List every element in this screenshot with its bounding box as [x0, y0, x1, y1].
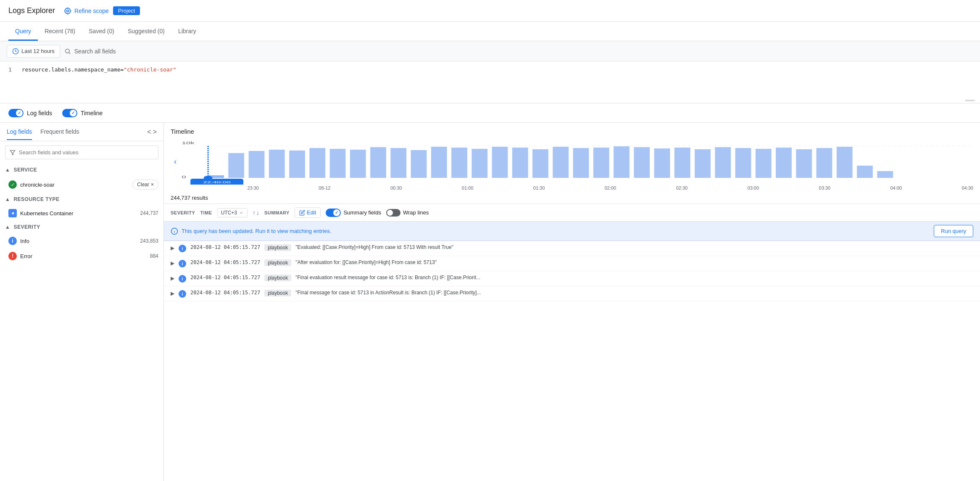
svg-rect-28: [472, 149, 487, 178]
info-severity-icon: i: [8, 237, 17, 245]
time-picker[interactable]: Last 12 hours: [7, 45, 60, 58]
clear-button[interactable]: Clear ×: [132, 180, 158, 190]
tab-frequent-fields[interactable]: Frequent fields: [40, 124, 79, 140]
log-row[interactable]: ▶ i 2024-08-12 04:05:15.727 playbook "Fi…: [164, 271, 980, 286]
clear-x-icon: ×: [151, 182, 154, 188]
sort-buttons: ↑ ↓: [253, 209, 259, 216]
section-service-header[interactable]: ▲ SERVICE: [0, 164, 163, 176]
resource-label: RESOURCE TYPE: [13, 196, 59, 202]
severity-info-dot: i: [179, 290, 186, 298]
service-chronicle-soar-item[interactable]: ✓ chronicle-soar Clear ×: [0, 176, 163, 193]
log-tag: playbook: [264, 244, 291, 251]
section-severity-header[interactable]: ▲ SEVERITY: [0, 221, 163, 233]
edit-icon: [299, 210, 305, 216]
timeline-container: ‹ 10k 0: [164, 135, 980, 185]
tl-2: 23:30: [247, 185, 259, 190]
search-all-fields-placeholder[interactable]: Search all fields: [74, 48, 116, 55]
svg-rect-32: [553, 147, 569, 178]
tab-query[interactable]: Query: [8, 23, 38, 41]
tab-log-fields[interactable]: Log fields: [7, 124, 32, 140]
summary-knob: ✓: [333, 209, 340, 216]
tl-3: 08-12: [319, 185, 330, 190]
query-val: "chronicle-soar": [124, 66, 176, 73]
wrap-lines-toggle[interactable]: Wrap lines: [386, 209, 429, 217]
log-message: "Final evaluation result message for cas…: [295, 275, 973, 280]
log-fields-knob: ✓: [16, 110, 23, 116]
svg-marker-9: [10, 150, 15, 155]
clear-label: Clear: [137, 182, 149, 188]
timeline-switch[interactable]: ✓: [62, 109, 77, 117]
svg-rect-41: [735, 148, 751, 178]
line-number: 1: [8, 66, 12, 73]
log-message: "Evaluated: [[Case.Priority]=High] From …: [295, 244, 973, 250]
svg-rect-22: [350, 150, 366, 178]
tl-9: 03:00: [748, 185, 759, 190]
svg-rect-35: [614, 146, 630, 178]
log-message: "After evaluation for: [[Case.Priority]=…: [295, 259, 973, 265]
search-fields-input[interactable]: [19, 149, 154, 156]
severity-error-item[interactable]: ! Error 884: [0, 248, 163, 264]
nav-left-icon[interactable]: <: [147, 128, 151, 136]
sort-up-icon[interactable]: ↑: [253, 209, 256, 216]
timezone-select[interactable]: UTC+3: [217, 208, 248, 217]
k8s-count: 244,737: [140, 210, 158, 216]
summary-switch[interactable]: ✓: [326, 209, 341, 217]
expand-arrow-icon[interactable]: ▶: [171, 275, 174, 281]
section-resource-header[interactable]: ▲ RESOURCE TYPE: [0, 193, 163, 206]
severity-info-dot: i: [179, 260, 186, 267]
log-timestamp: 2024-08-12 04:05:15.727: [190, 244, 260, 250]
svg-rect-18: [269, 150, 285, 178]
wrap-switch[interactable]: [386, 209, 400, 217]
svg-rect-24: [390, 148, 406, 178]
run-query-button[interactable]: Run query: [934, 225, 973, 237]
expand-arrow-icon[interactable]: ▶: [171, 260, 174, 266]
log-row[interactable]: ▶ i 2024-08-12 04:05:15.727 playbook "Ev…: [164, 241, 980, 256]
svg-rect-20: [309, 148, 325, 178]
tab-saved[interactable]: Saved (0): [82, 23, 121, 41]
project-badge[interactable]: Project: [113, 6, 140, 15]
timezone-value: UTC+3: [221, 210, 237, 216]
tab-library[interactable]: Library: [171, 23, 203, 41]
refine-scope-button[interactable]: Refine scope: [63, 7, 109, 15]
svg-rect-40: [715, 147, 731, 178]
right-panel: Timeline ‹ 10k 0: [164, 123, 980, 481]
resize-handle[interactable]: [965, 100, 975, 101]
tl-4: 00:30: [390, 185, 402, 190]
severity-label: SEVERITY: [13, 224, 40, 230]
svg-rect-45: [817, 148, 832, 178]
chronicle-soar-label: chronicle-soar: [20, 182, 55, 188]
expand-arrow-icon[interactable]: ▶: [171, 291, 174, 296]
error-severity-icon: !: [8, 252, 17, 260]
error-count: 884: [150, 253, 158, 259]
query-editor[interactable]: 1 resource.labels.namespace_name="chroni…: [0, 61, 980, 103]
info-label: Info: [20, 238, 29, 244]
resource-k8s-item[interactable]: ⎈ Kubernetes Container 244,737: [0, 206, 163, 221]
toggles-bar: ✓ Log fields ✓ Timeline: [0, 103, 980, 123]
tl-8: 02:30: [676, 185, 688, 190]
tl-10: 03:30: [819, 185, 831, 190]
timeline-labels: 23:30 08-12 00:30 01:00 01:30 02:00 02:3…: [164, 185, 980, 192]
log-fields-toggle[interactable]: ✓ Log fields: [8, 109, 52, 117]
wrap-knob: [387, 210, 393, 216]
nav-right-icon[interactable]: >: [153, 128, 157, 136]
timeline-prev-button[interactable]: ‹: [171, 157, 180, 166]
sort-down-icon[interactable]: ↓: [256, 209, 259, 216]
tl-12: 04:30: [962, 185, 973, 190]
tab-suggested[interactable]: Suggested (0): [121, 23, 171, 41]
log-row[interactable]: ▶ i 2024-08-12 04:05:15.727 playbook "Fi…: [164, 286, 980, 301]
expand-arrow-icon[interactable]: ▶: [171, 245, 174, 251]
summary-fields-toggle[interactable]: ✓ Summary fields: [326, 209, 381, 217]
severity-collapse-icon: ▲: [5, 224, 10, 230]
edit-button[interactable]: Edit: [295, 207, 321, 218]
log-fields-switch[interactable]: ✓: [8, 109, 24, 117]
log-timestamp: 2024-08-12 04:05:15.727: [190, 290, 260, 296]
tab-recent[interactable]: Recent (78): [38, 23, 82, 41]
svg-point-1: [67, 10, 69, 12]
log-tag: playbook: [264, 275, 291, 281]
timeline-knob: ✓: [70, 110, 76, 116]
timeline-toggle[interactable]: ✓ Timeline: [62, 109, 103, 117]
severity-info-item[interactable]: i Info 243,853: [0, 233, 163, 248]
log-row[interactable]: ▶ i 2024-08-12 04:05:15.727 playbook "Af…: [164, 256, 980, 271]
search-fields-box: [5, 145, 158, 159]
panel-nav-icons[interactable]: < >: [147, 128, 157, 136]
